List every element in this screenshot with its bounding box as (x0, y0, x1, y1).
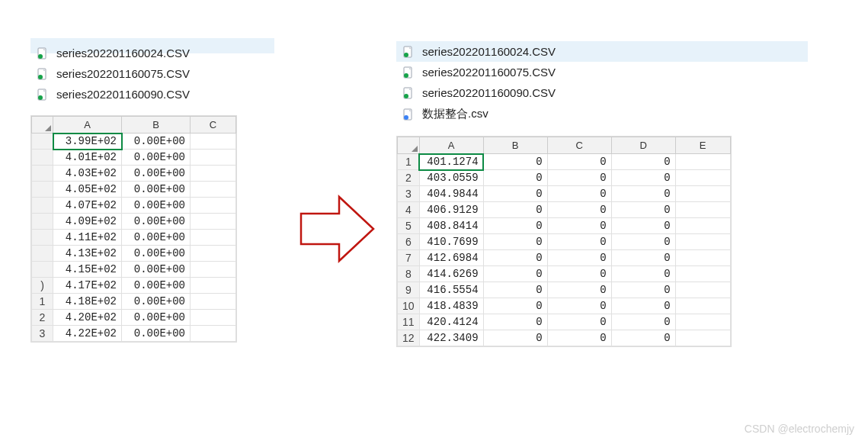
cell[interactable] (191, 294, 236, 310)
cell[interactable]: 0 (483, 298, 547, 314)
column-header-a[interactable]: A (419, 137, 483, 154)
cell[interactable] (675, 234, 730, 250)
cell[interactable]: 0 (483, 314, 547, 330)
row-header[interactable]: 5 (398, 218, 420, 234)
cell[interactable]: 0 (483, 330, 547, 346)
cell[interactable] (675, 154, 730, 170)
cell[interactable]: 0 (483, 250, 547, 266)
cell[interactable]: 0 (611, 314, 675, 330)
cell[interactable]: 0 (547, 282, 611, 298)
cell[interactable]: 4.13E+02 (53, 246, 122, 262)
cell[interactable] (675, 298, 730, 314)
row-header[interactable] (32, 150, 53, 166)
cell[interactable]: 0.00E+00 (122, 278, 191, 294)
cell[interactable]: 4.17E+02 (53, 278, 122, 294)
cell[interactable] (675, 170, 730, 186)
cell[interactable]: 0.00E+00 (122, 150, 191, 166)
row-header[interactable] (32, 166, 53, 182)
cell[interactable] (191, 198, 236, 214)
cell[interactable] (675, 330, 730, 346)
column-header-c[interactable]: C (547, 137, 611, 154)
row-header[interactable] (32, 182, 53, 198)
file-item[interactable]: series202201160075.CSV (396, 62, 808, 82)
row-header[interactable]: 4 (398, 202, 420, 218)
cell[interactable]: 0.00E+00 (122, 198, 191, 214)
cell[interactable]: 0.00E+00 (122, 134, 191, 150)
column-header-e[interactable]: E (675, 137, 730, 154)
cell[interactable]: 0 (547, 154, 611, 170)
cell[interactable]: 0 (611, 154, 675, 170)
cell[interactable] (675, 314, 730, 330)
cell[interactable]: 0.00E+00 (122, 230, 191, 246)
cell[interactable]: 416.5554 (419, 282, 483, 298)
cell[interactable]: 0.00E+00 (122, 182, 191, 198)
cell[interactable]: 4.03E+02 (53, 166, 122, 182)
cell[interactable] (191, 326, 236, 342)
cell[interactable] (675, 202, 730, 218)
row-header[interactable]: 11 (398, 314, 420, 330)
cell[interactable]: 0 (483, 154, 547, 170)
cell[interactable]: 4.18E+02 (53, 294, 122, 310)
cell[interactable]: 4.11E+02 (53, 230, 122, 246)
file-item[interactable]: series202201160090.CSV (30, 84, 305, 105)
cell[interactable]: 0.00E+00 (122, 262, 191, 278)
cell[interactable]: 4.01E+02 (53, 150, 122, 166)
cell[interactable]: 0.00E+00 (122, 310, 191, 326)
cell[interactable]: 0 (483, 202, 547, 218)
cell[interactable]: 414.6269 (419, 266, 483, 282)
cell[interactable]: 0 (547, 234, 611, 250)
cell[interactable] (191, 214, 236, 230)
spreadsheet-right[interactable]: ABCDE1401.12740002403.05590003404.984400… (396, 136, 732, 347)
cell[interactable]: 4.22E+02 (53, 326, 122, 342)
file-item[interactable]: series202201160075.CSV (30, 63, 305, 84)
column-header-c[interactable]: C (191, 117, 236, 134)
cell[interactable]: 0 (483, 186, 547, 202)
cell[interactable]: 4.05E+02 (53, 182, 122, 198)
column-header-d[interactable]: D (611, 137, 675, 154)
cell[interactable]: 0.00E+00 (122, 246, 191, 262)
cell[interactable]: 412.6984 (419, 250, 483, 266)
row-header[interactable]: 2 (32, 310, 53, 326)
select-all-corner[interactable] (32, 117, 53, 134)
cell[interactable]: 0.00E+00 (122, 166, 191, 182)
cell[interactable] (675, 282, 730, 298)
cell[interactable] (191, 230, 236, 246)
cell[interactable]: 3.99E+02 (53, 134, 122, 150)
cell[interactable]: 4.09E+02 (53, 214, 122, 230)
cell[interactable]: 0 (547, 330, 611, 346)
cell[interactable]: 0 (547, 250, 611, 266)
cell[interactable]: 0 (611, 218, 675, 234)
cell[interactable]: 422.3409 (419, 330, 483, 346)
cell[interactable] (191, 166, 236, 182)
file-item[interactable]: series202201160090.CSV (396, 82, 808, 103)
cell[interactable]: 418.4839 (419, 298, 483, 314)
cell[interactable]: 0 (483, 218, 547, 234)
cell[interactable]: 0 (611, 186, 675, 202)
cell[interactable]: 4.20E+02 (53, 310, 122, 326)
column-header-b[interactable]: B (483, 137, 547, 154)
cell[interactable]: 406.9129 (419, 202, 483, 218)
row-header[interactable]: 7 (398, 250, 420, 266)
row-header[interactable]: 3 (398, 186, 420, 202)
row-header[interactable]: 8 (398, 266, 420, 282)
file-item[interactable]: series202201160024.CSV (396, 41, 808, 62)
cell[interactable]: 0 (483, 170, 547, 186)
cell[interactable]: 0 (611, 250, 675, 266)
cell[interactable]: 403.0559 (419, 170, 483, 186)
cell[interactable]: 0.00E+00 (122, 214, 191, 230)
cell[interactable] (191, 278, 236, 294)
row-header[interactable]: 9 (398, 282, 420, 298)
row-header[interactable]: ) (32, 278, 53, 294)
spreadsheet-left[interactable]: ABC 3.99E+020.00E+00 4.01E+020.00E+00 4.… (30, 115, 237, 343)
cell[interactable]: 0 (547, 202, 611, 218)
cell[interactable]: 408.8414 (419, 218, 483, 234)
row-header[interactable] (32, 246, 53, 262)
row-header[interactable]: 1 (32, 294, 53, 310)
file-item[interactable]: series202201160024.CSV (30, 43, 305, 63)
row-header[interactable]: 6 (398, 234, 420, 250)
cell[interactable] (675, 266, 730, 282)
row-header[interactable]: 10 (398, 298, 420, 314)
cell[interactable] (675, 250, 730, 266)
cell[interactable]: 410.7699 (419, 234, 483, 250)
cell[interactable]: 0 (483, 234, 547, 250)
